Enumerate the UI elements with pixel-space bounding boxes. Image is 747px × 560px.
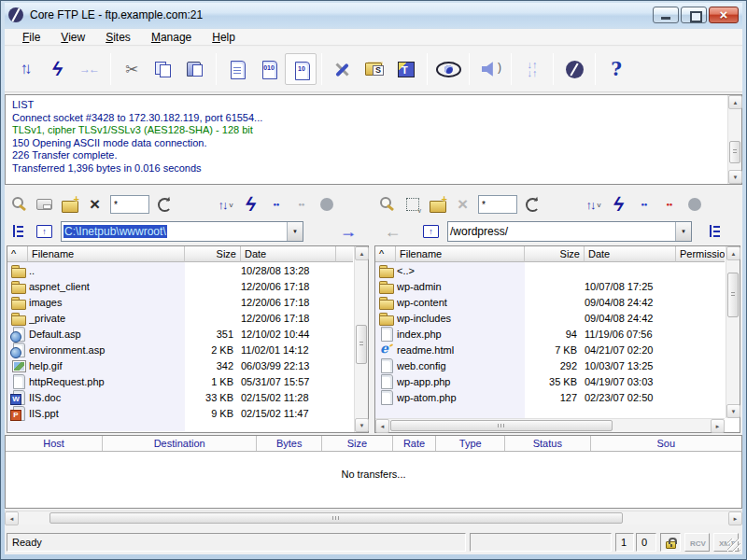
column-header-size[interactable]: Size	[525, 246, 585, 262]
tree-view-icon[interactable]	[7, 220, 32, 243]
file-row[interactable]: environment.asp2 KB11/02/01 14:12	[7, 342, 353, 357]
file-row[interactable]: wp-includes09/04/08 24:42	[375, 310, 725, 326]
refresh-icon[interactable]	[520, 193, 545, 216]
select-icon[interactable]	[400, 193, 425, 216]
console-icon[interactable]	[32, 193, 57, 216]
upload-arrow-icon[interactable]	[335, 220, 360, 243]
queue-hscrollbar[interactable]: ◄ ►	[5, 511, 742, 525]
local-list-scrollbar[interactable]: ▲ ▼	[354, 246, 368, 432]
help-icon[interactable]	[600, 53, 632, 85]
queue-col-status[interactable]: Status	[505, 436, 591, 451]
local-filter-input[interactable]	[110, 195, 149, 214]
maximize-button[interactable]	[681, 7, 707, 23]
remote-list-hscrollbar[interactable]: ◄ ►	[375, 418, 725, 432]
scroll-thumb[interactable]	[727, 273, 739, 317]
minimize-button[interactable]	[653, 7, 679, 23]
scroll-right-icon[interactable]: ►	[728, 511, 742, 525]
dropdown-arrow-icon[interactable]	[287, 222, 303, 241]
queue-col-rate[interactable]: Rate	[393, 436, 437, 451]
file-row[interactable]: <..>	[375, 262, 725, 278]
scroll-down-icon[interactable]: ▼	[355, 418, 369, 432]
stop-icon[interactable]	[314, 193, 339, 216]
scroll-thumb[interactable]	[356, 325, 367, 364]
file-row[interactable]: index.php9411/19/06 07:56	[375, 326, 725, 342]
abort-icon[interactable]	[656, 193, 682, 216]
queue-col-size[interactable]: Size	[322, 436, 392, 451]
file-row[interactable]: readme.html7 KB04/21/07 02:20	[375, 342, 725, 357]
file-row[interactable]: wp-atom.php12702/23/07 02:50	[375, 389, 725, 405]
quick-connect-icon[interactable]	[238, 193, 263, 216]
file-row[interactable]: web.config29210/03/07 13:25	[375, 357, 725, 373]
dropdown-arrow-icon[interactable]	[675, 222, 691, 241]
column-header-sort[interactable]: ^	[7, 246, 28, 262]
scroll-right-icon[interactable]: ►	[711, 419, 725, 433]
ascii-mode-icon[interactable]	[221, 53, 253, 85]
cut-icon[interactable]	[116, 53, 148, 85]
text-note-icon[interactable]	[390, 53, 422, 85]
column-header-date[interactable]: Date	[585, 246, 676, 262]
connect-lightning-icon[interactable]	[42, 53, 74, 85]
resize-grip[interactable]	[727, 539, 740, 552]
search-icon[interactable]	[7, 193, 32, 216]
menu-manage[interactable]: Manage	[141, 30, 202, 45]
queue-col-type[interactable]: Type	[436, 436, 505, 451]
column-header-filename[interactable]: Filename	[396, 246, 525, 262]
log-scrollbar[interactable]: ▲ ▼	[727, 95, 741, 184]
new-folder-icon[interactable]	[57, 193, 82, 216]
file-row[interactable]: httpRequest.php1 KB05/31/07 15:57	[7, 373, 353, 389]
core-logo-icon[interactable]	[558, 53, 590, 85]
column-header-permission[interactable]: Permission	[676, 246, 725, 262]
scroll-up-icon[interactable]: ▲	[355, 246, 369, 260]
tools-icon[interactable]	[327, 53, 359, 85]
file-row[interactable]: aspnet_client12/20/06 17:18	[7, 278, 353, 294]
quick-connect-icon[interactable]	[606, 193, 631, 216]
file-row[interactable]: IIS.doc33 KB02/15/02 11:28	[7, 389, 353, 405]
queue-col-source[interactable]: Sou	[591, 436, 741, 451]
scroll-thumb[interactable]	[729, 141, 740, 163]
sort-order-icon[interactable]	[581, 193, 606, 216]
scroll-up-icon[interactable]: ▲	[728, 95, 742, 109]
remote-path-combo[interactable]: /wordpress/	[447, 221, 692, 242]
disconnect-icon[interactable]	[74, 53, 106, 85]
column-header-date[interactable]: Date	[241, 246, 336, 262]
delete-icon[interactable]	[82, 193, 107, 216]
file-row[interactable]: wp-admin10/07/08 17:25	[375, 278, 725, 294]
back-arrow-icon[interactable]	[380, 220, 405, 243]
sync-icon[interactable]	[289, 193, 314, 216]
site-manager-icon[interactable]	[359, 53, 390, 85]
parent-folder-icon[interactable]	[418, 220, 444, 243]
queue-col-destination[interactable]: Destination	[103, 436, 257, 451]
menu-view[interactable]: View	[50, 30, 95, 45]
paste-icon[interactable]	[179, 53, 211, 85]
file-row[interactable]: Default.asp35112/10/02 10:44	[7, 326, 353, 342]
refresh-icon[interactable]	[152, 193, 177, 216]
menu-file[interactable]: File	[12, 30, 50, 45]
column-header-sort[interactable]: ^	[375, 246, 396, 262]
title-bar[interactable]: Core FTP LE - ftp.example.com:21	[5, 3, 742, 27]
menu-help[interactable]: Help	[202, 30, 246, 45]
remote-filter-input[interactable]	[478, 195, 517, 214]
stop-icon[interactable]	[682, 193, 707, 216]
delete-icon-disabled[interactable]	[450, 193, 475, 216]
local-path-combo[interactable]: C:\Inetpub\wwwroot\	[61, 221, 303, 242]
scroll-down-icon[interactable]: ▼	[728, 170, 742, 184]
column-header-filename[interactable]: Filename	[28, 246, 185, 262]
parent-folder-icon[interactable]	[32, 220, 57, 243]
binary-mode-icon[interactable]: 010	[253, 53, 285, 85]
search-icon[interactable]	[374, 193, 400, 216]
column-header-size[interactable]: Size	[185, 246, 241, 262]
file-row[interactable]: wp-app.php35 KB04/19/07 03:03	[375, 373, 725, 389]
copy-icon[interactable]	[148, 53, 179, 85]
file-row[interactable]: IIS.ppt9 KB02/15/02 11:47	[7, 405, 353, 421]
scroll-up-icon[interactable]: ▲	[726, 246, 740, 260]
transfer-arrows-icon[interactable]	[10, 53, 42, 85]
file-row[interactable]: help.gif34206/03/99 22:13	[7, 357, 353, 373]
new-folder-icon[interactable]	[425, 193, 450, 216]
queue-col-host[interactable]: Host	[6, 436, 103, 451]
sound-speaker-icon[interactable]	[474, 53, 506, 85]
scroll-thumb[interactable]	[390, 420, 613, 431]
file-row[interactable]: ..10/28/08 13:28	[7, 262, 353, 278]
compare-icon[interactable]	[263, 193, 289, 216]
scroll-left-icon[interactable]: ◄	[5, 511, 19, 525]
compare-icon[interactable]	[631, 193, 656, 216]
